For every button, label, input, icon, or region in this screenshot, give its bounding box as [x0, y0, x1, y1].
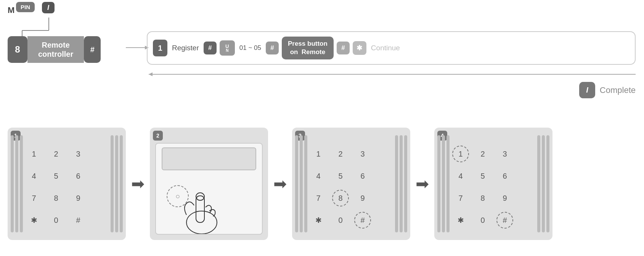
hash-badge-2: #	[204, 42, 217, 54]
bracket-svg	[18, 4, 64, 38]
diagrams-row: 1 1 2 3 4 5 6 7 8 9 ✱ 0 # ➡	[8, 128, 636, 240]
diagram-4: 4 1 2 3 4 5 6 7 8 9 ✱ 0 #	[434, 128, 552, 240]
step-8-badge: 8	[8, 36, 27, 63]
svg-marker-6	[149, 72, 153, 76]
keypad-4: 1 2 3 4 5 6 7 8 9 ✱ 0 #	[451, 144, 514, 230]
m-label: M	[8, 5, 14, 15]
star-badge: ✱	[353, 41, 366, 55]
un-badge: U N	[220, 40, 235, 56]
keypad-3: 1 2 3 4 5 6 7 8 9 ✱ 0 #	[309, 144, 372, 230]
hash-badge-3: #	[266, 42, 279, 54]
arrow-1-2: ➡	[131, 174, 145, 193]
diagram-3: 3 1 2 3 4 5 6 7 8 9 ✱ 0 #	[292, 128, 410, 240]
diagram-1: 1 1 2 3 4 5 6 7 8 9 ✱ 0 #	[8, 128, 126, 240]
complete-text: Complete	[600, 85, 636, 95]
range-label: 01 ~ 05	[239, 44, 261, 52]
register-label: Register	[172, 44, 199, 52]
step-1-badge: 1	[153, 40, 167, 56]
device-frame: ○	[155, 143, 263, 235]
arrow-2-3: ➡	[273, 174, 287, 193]
hash-badge-4: #	[337, 42, 350, 54]
diagram-2: 2 ○	[150, 128, 268, 240]
complete-i-badge: I	[579, 82, 595, 98]
svg-rect-8	[196, 196, 204, 222]
arrow-3-4: ➡	[416, 174, 429, 193]
remote-controller-flow: 8 Remotecontroller #	[8, 36, 101, 63]
return-arrow-svg	[149, 69, 636, 80]
right-arrow-svg	[126, 42, 149, 53]
remote-controller-label: Remotecontroller	[27, 36, 84, 63]
press-button-box: Press buttonon Remote	[282, 37, 334, 59]
keypad-1: 1 2 3 4 5 6 7 8 9 ✱ 0 #	[24, 144, 88, 230]
complete-row: I Complete	[579, 82, 636, 98]
inner-flow-box: 1 Register # U N 01 ~ 05 # Press buttono…	[147, 31, 636, 65]
hash-badge-1: #	[84, 36, 101, 63]
continue-label: Continue	[371, 44, 400, 52]
hand-svg	[175, 173, 228, 234]
diag-2-num: 2	[153, 131, 163, 141]
